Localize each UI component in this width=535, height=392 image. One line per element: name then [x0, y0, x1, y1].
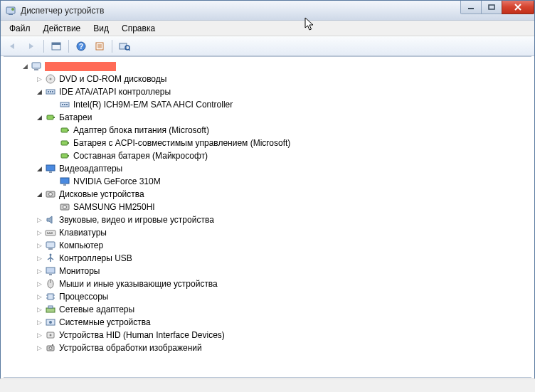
category-label: Звуковые, видео и игровые устройства [59, 215, 214, 225]
svg-point-19 [50, 78, 52, 80]
scan-hardware-button[interactable] [117, 38, 132, 54]
tree-category[interactable]: ▷Мыши и иные указывающие устройства [4, 277, 531, 290]
svg-point-41 [49, 193, 53, 196]
category-label: Сетевые адаптеры [59, 304, 134, 314]
tree-category[interactable]: ▷Системные устройства [4, 316, 531, 329]
tree-device[interactable]: Составная батарея (Майкрософт) [4, 149, 531, 162]
toolbar: ? [1, 36, 534, 56]
svg-rect-48 [47, 233, 53, 234]
expand-icon[interactable]: ◢ [35, 88, 43, 96]
expand-icon[interactable]: ▷ [35, 280, 43, 288]
tree-category[interactable]: ◢Видеоадаптеры [4, 162, 531, 175]
svg-rect-36 [46, 165, 55, 171]
mouse-icon [45, 278, 56, 290]
menu-help[interactable]: Справка [116, 22, 161, 35]
device-label: NVIDIA GeForce 310M [73, 176, 161, 186]
window-title: Диспетчер устройств [21, 6, 531, 16]
svg-text:?: ? [79, 43, 83, 51]
minimize-button[interactable] [460, 0, 482, 14]
tree-category[interactable]: ◢Дисковые устройства [4, 188, 531, 201]
expand-icon[interactable]: ▷ [35, 254, 43, 263]
monitor-icon [45, 265, 56, 277]
expand-icon[interactable]: ▷ [35, 241, 43, 250]
svg-rect-38 [60, 178, 69, 184]
category-label: Клавиатуры [59, 228, 107, 238]
svg-rect-64 [46, 308, 55, 312]
tree-category[interactable]: ▷Сетевые адаптеры [4, 303, 531, 316]
svg-rect-39 [63, 184, 66, 186]
menu-file[interactable]: Файл [4, 22, 36, 35]
menubar: Файл Действие Вид Справка [1, 21, 534, 36]
category-label: DVD и CD-ROM дисководы [59, 74, 166, 84]
tree-device[interactable]: Адаптер блока питания (Microsoft) [4, 124, 531, 137]
expand-icon[interactable]: ▷ [35, 292, 43, 301]
expand-icon[interactable]: ▷ [35, 305, 43, 314]
svg-rect-29 [53, 117, 55, 118]
tree-category[interactable]: ▷Мониторы [4, 265, 531, 277]
computer-icon [31, 60, 42, 72]
expand-icon[interactable]: ▷ [35, 216, 43, 224]
svg-rect-59 [48, 294, 53, 300]
svg-rect-25 [62, 104, 63, 105]
toolbar-separator [112, 40, 112, 53]
device-label: Intel(R) ICH9M-E/M SATA AHCI Controller [73, 100, 233, 110]
expand-icon[interactable]: ▷ [35, 75, 43, 83]
tree-category[interactable]: ▷Контроллеры USB [4, 252, 531, 265]
tree-category[interactable]: ▷Устройства HID (Human Interface Devices… [4, 329, 531, 341]
network-icon [45, 304, 56, 315]
expand-icon[interactable]: ▷ [35, 331, 43, 339]
tree-category[interactable]: ▷Процессоры [4, 290, 531, 303]
svg-rect-56 [49, 274, 52, 275]
category-label: Устройства обработки изображений [59, 343, 202, 353]
expand-icon[interactable]: ▷ [35, 344, 43, 352]
sound-icon [45, 214, 56, 226]
tree-category[interactable]: ◢IDE ATA/ATAPI контроллеры [4, 85, 531, 98]
collapse-icon[interactable]: ◢ [21, 62, 29, 70]
tree-device[interactable]: NVIDIA GeForce 310M [4, 175, 531, 188]
category-label: Устройства HID (Human Interface Devices) [59, 330, 225, 340]
app-icon [5, 5, 16, 16]
device-tree-panel: ◢▷DVD и CD-ROM дисководы◢IDE ATA/ATAPI к… [4, 56, 531, 378]
expand-icon[interactable]: ▷ [35, 267, 43, 275]
svg-rect-49 [46, 242, 55, 248]
forward-button[interactable] [23, 38, 39, 54]
svg-rect-6 [52, 43, 60, 45]
menu-action[interactable]: Действие [38, 22, 87, 35]
close-button[interactable] [502, 0, 534, 14]
tree-category[interactable]: ▷DVD и CD-ROM дисководы [4, 73, 531, 85]
disk-icon [59, 201, 70, 213]
expand-icon[interactable]: ◢ [35, 190, 43, 198]
tree-category[interactable]: ▷Звуковые, видео и игровые устройства [4, 213, 531, 226]
statusbar [0, 378, 535, 392]
display-icon [45, 163, 56, 174]
menu-view[interactable]: Вид [88, 22, 115, 35]
svg-rect-26 [64, 104, 65, 105]
properties-button[interactable] [92, 38, 107, 54]
category-label: Компьютер [59, 240, 103, 250]
show-hidden-button[interactable] [48, 38, 64, 54]
svg-rect-44 [46, 231, 55, 235]
battery-icon [59, 125, 70, 136]
expand-icon[interactable]: ◢ [35, 113, 43, 122]
tree-root-node[interactable]: ◢ [4, 60, 531, 73]
tree-device[interactable]: Батарея с ACPI-совместимым управлением (… [4, 137, 531, 149]
tree-device[interactable]: SAMSUNG HM250HI [4, 201, 531, 213]
svg-rect-17 [34, 69, 38, 70]
back-button[interactable] [5, 38, 21, 54]
maximize-button[interactable] [481, 0, 502, 14]
help-button[interactable]: ? [73, 38, 89, 54]
tree-device[interactable]: Intel(R) ICH9M-E/M SATA AHCI Controller [4, 98, 531, 111]
expand-icon[interactable]: ▷ [35, 318, 43, 327]
category-label: Видеоадаптеры [59, 164, 122, 174]
tree-category[interactable]: ▷Клавиатуры [4, 226, 531, 239]
battery-icon [59, 150, 70, 161]
tree-category[interactable]: ▷Устройства обработки изображений [4, 341, 531, 354]
battery-icon [45, 112, 56, 123]
expand-icon[interactable]: ▷ [35, 228, 43, 237]
expand-icon[interactable]: ◢ [35, 164, 43, 173]
tree-category[interactable]: ◢Батареи [4, 111, 531, 124]
tree-category[interactable]: ▷Компьютер [4, 239, 531, 252]
svg-rect-37 [49, 171, 52, 173]
svg-line-15 [129, 49, 130, 51]
device-label: SAMSUNG HM250HI [73, 202, 155, 212]
